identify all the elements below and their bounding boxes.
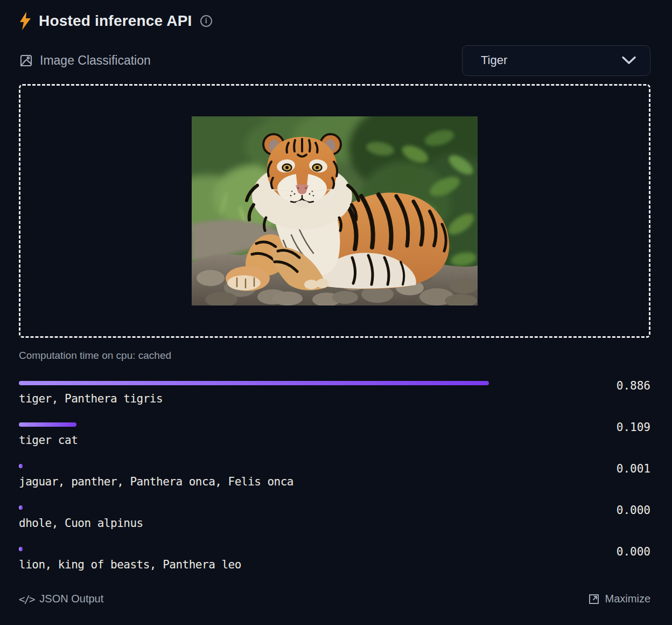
header: Hosted inference API i	[19, 8, 650, 32]
input-image	[192, 116, 478, 305]
result-row: jaguar, panther, Panthera onca, Felis on…	[19, 464, 650, 488]
page-title: Hosted inference API	[39, 12, 192, 30]
result-score: 0.001	[617, 462, 650, 475]
result-row: tiger, Panthera tigris 0.886	[19, 381, 650, 405]
task-label: Image Classification	[40, 53, 151, 68]
code-icon: </>	[19, 593, 34, 605]
result-score: 0.109	[617, 421, 650, 434]
widget-root: Hosted inference API i Image Classificat…	[0, 0, 672, 605]
maximize-button[interactable]: Maximize	[588, 593, 650, 605]
score-bar	[19, 505, 23, 510]
score-bar	[19, 422, 76, 427]
footer: </> JSON Output Maximize	[19, 593, 650, 605]
result-score: 0.000	[617, 504, 650, 517]
chevron-down-icon	[622, 56, 636, 65]
result-label: lion, king of beasts, Panthera leo	[19, 558, 650, 571]
score-bar	[19, 464, 23, 468]
task-row: Image Classification Tiger	[19, 45, 650, 76]
lightning-icon	[19, 12, 32, 30]
json-output-label: JSON Output	[39, 593, 103, 605]
result-row: tiger cat 0.109	[19, 422, 650, 447]
task-header: Image Classification	[19, 53, 151, 68]
score-bar	[19, 381, 489, 385]
image-classification-icon	[19, 53, 33, 68]
results-list: tiger, Panthera tigris 0.886 tiger cat 0…	[19, 381, 650, 571]
result-label: jaguar, panther, Panthera onca, Felis on…	[19, 475, 650, 488]
example-select[interactable]: Tiger	[462, 45, 650, 76]
computation-time: Computation time on cpu: cached	[19, 350, 650, 362]
maximize-icon	[588, 593, 600, 605]
json-output-button[interactable]: </> JSON Output	[19, 593, 103, 605]
result-row: lion, king of beasts, Panthera leo 0.000	[19, 547, 650, 571]
result-score: 0.886	[617, 379, 650, 392]
result-score: 0.000	[617, 545, 650, 558]
result-row: dhole, Cuon alpinus 0.000	[19, 505, 650, 530]
maximize-label: Maximize	[605, 593, 650, 605]
score-bar	[19, 547, 23, 551]
result-label: tiger, Panthera tigris	[19, 392, 650, 405]
example-select-value: Tiger	[463, 53, 507, 67]
result-label: dhole, Cuon alpinus	[19, 517, 650, 530]
image-dropzone[interactable]	[19, 84, 650, 338]
info-icon[interactable]: i	[200, 15, 212, 27]
result-label: tiger cat	[19, 434, 650, 447]
